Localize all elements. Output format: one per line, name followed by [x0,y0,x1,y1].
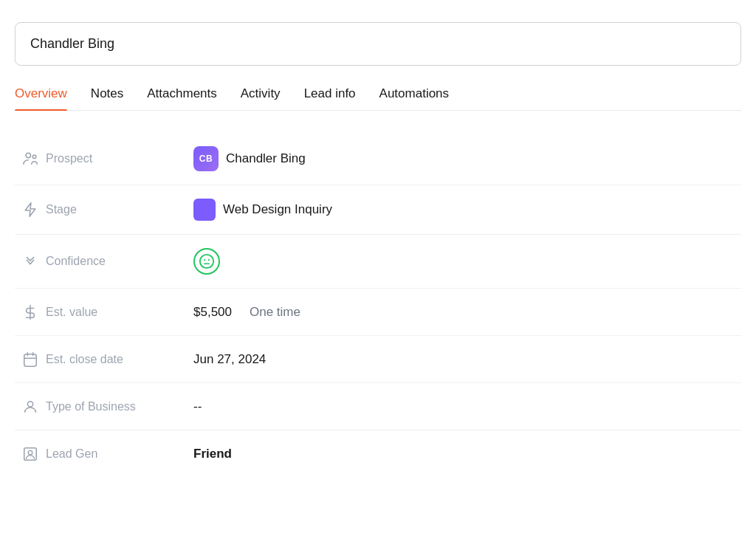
avatar: CB [193,146,219,171]
svg-point-1 [32,155,36,159]
stage-text: Web Design Inquiry [223,202,332,217]
tab-bar: Overview Notes Attachments Activity Lead… [15,86,741,111]
est-value-value[interactable]: $5,500 One time [193,305,741,320]
lead-gen-field: Lead Gen Friend [15,430,741,478]
est-close-date-text: Jun 27, 2024 [193,352,266,367]
lead-gen-text: Friend [193,447,232,461]
tab-lead-info[interactable]: Lead info [304,86,356,110]
type-of-business-text: -- [193,399,202,414]
confidence-field: Confidence [15,235,741,289]
svg-point-4 [208,259,210,261]
lead-gen-value[interactable]: Friend [193,447,741,461]
prospect-icon [15,151,46,167]
tab-activity[interactable]: Activity [241,86,281,110]
est-close-date-field: Est. close date Jun 27, 2024 [15,336,741,383]
stage-field: Stage Web Design Inquiry [15,185,741,235]
tab-overview[interactable]: Overview [15,86,67,110]
type-of-business-field: Type of Business -- [15,383,741,430]
type-of-business-label: Type of Business [46,400,193,413]
stage-icon [15,202,46,218]
prospect-field: Prospect CB Chandler Bing [15,133,741,185]
est-value-field: Est. value $5,500 One time [15,289,741,336]
est-value-label: Est. value [46,306,193,319]
est-value-amount: $5,500 [193,305,232,320]
svg-point-9 [28,450,32,455]
est-value-type: One time [250,305,300,320]
confidence-icon [15,253,46,269]
svg-point-2 [200,255,213,268]
confidence-value[interactable] [193,248,741,275]
stage-label: Stage [46,203,193,216]
svg-point-7 [27,401,32,406]
lead-gen-icon [15,446,46,462]
est-close-date-label: Est. close date [46,353,193,366]
calendar-icon [15,351,46,368]
confidence-emoji [193,248,220,275]
stage-color-dot [193,199,216,221]
prospect-value[interactable]: CB Chandler Bing [193,146,741,171]
search-input[interactable] [15,22,741,66]
svg-point-0 [26,153,30,157]
stage-value[interactable]: Web Design Inquiry [193,199,741,221]
dollar-icon [15,304,46,320]
tab-attachments[interactable]: Attachments [147,86,217,110]
svg-point-3 [204,259,205,261]
tab-notes[interactable]: Notes [91,86,123,110]
svg-rect-6 [24,354,37,366]
type-of-business-value[interactable]: -- [193,399,741,414]
confidence-label: Confidence [46,255,193,268]
prospect-label: Prospect [46,152,193,165]
prospect-name: Chandler Bing [226,151,306,166]
tab-automations[interactable]: Automations [379,86,450,110]
lead-gen-label: Lead Gen [46,447,193,461]
est-close-date-value[interactable]: Jun 27, 2024 [193,352,741,367]
overview-fields: Prospect CB Chandler Bing Stage Web Desi… [15,133,741,478]
business-icon [15,399,46,415]
